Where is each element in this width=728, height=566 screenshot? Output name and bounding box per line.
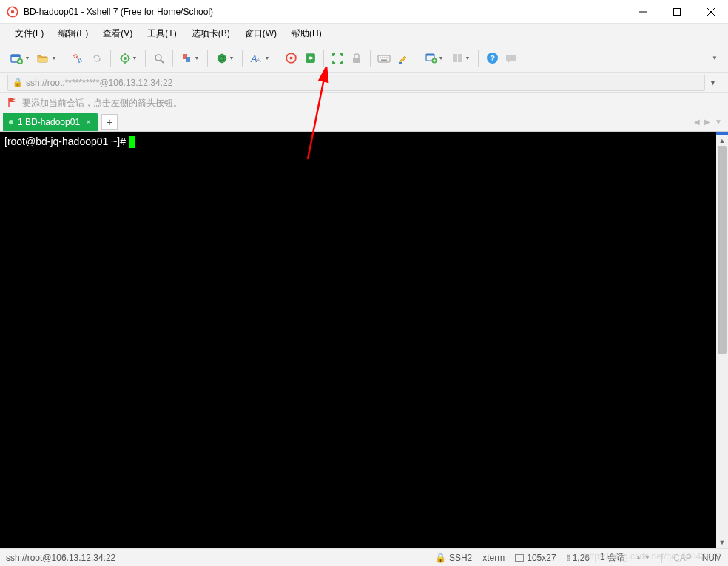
new-window-button[interactable]: ▼	[422, 50, 447, 67]
svg-rect-7	[11, 55, 20, 57]
svg-text:?: ?	[490, 54, 495, 63]
statusbar: ssh://root@106.13.12.34:22 🔒SSH2 xterm 1…	[0, 548, 728, 566]
size-icon	[515, 554, 524, 562]
menubar: 文件(F) 编辑(E) 查看(V) 工具(T) 选项卡(B) 窗口(W) 帮助(…	[0, 24, 728, 44]
svg-point-34	[380, 57, 381, 58]
address-dropdown[interactable]: ▼	[705, 79, 721, 87]
svg-rect-38	[381, 59, 387, 61]
svg-rect-32	[353, 58, 360, 63]
svg-line-13	[77, 58, 78, 59]
svg-point-11	[74, 54, 77, 57]
terminal-cursor	[129, 136, 135, 148]
terminal-prompt: [root@bd-jq-hadoop01 ~]#	[4, 135, 129, 147]
find-button[interactable]	[150, 50, 168, 67]
status-terminal-type: xterm	[482, 553, 505, 563]
svg-rect-3	[674, 8, 681, 15]
xshell-icon-button[interactable]	[282, 50, 300, 67]
svg-point-15	[124, 57, 127, 60]
svg-point-24	[218, 54, 226, 63]
toolbar-overflow[interactable]: ▼	[522, 52, 721, 64]
new-session-button[interactable]: ▼	[7, 50, 33, 67]
svg-rect-45	[453, 54, 457, 58]
svg-text:A: A	[256, 56, 261, 64]
open-button[interactable]: ▼	[34, 50, 59, 67]
terminal-area: [root@bd-jq-hadoop01 ~]# ▲ ▼	[0, 132, 728, 548]
sessions-down-button[interactable]: ▼	[644, 554, 650, 561]
flag-icon	[7, 97, 18, 110]
keyboard-button[interactable]	[375, 50, 393, 67]
xftp-icon-button[interactable]	[301, 50, 319, 67]
font-button[interactable]: AA ▼	[247, 50, 272, 67]
menu-help[interactable]: 帮助(H)	[284, 24, 329, 43]
address-input[interactable]: 🔒 ssh://root:**********@106.13.12.34:22	[7, 75, 705, 91]
encoding-button[interactable]: ▼	[212, 50, 237, 67]
scroll-thumb[interactable]	[718, 146, 727, 354]
svg-point-37	[386, 57, 388, 58]
tab-label: 1 BD-hadoop01	[18, 117, 80, 127]
svg-point-35	[382, 57, 383, 58]
session-tab[interactable]: 1 BD-hadoop01 ×	[3, 113, 98, 131]
new-tab-button[interactable]: +	[101, 114, 118, 130]
window-title: BD-hadoop01 - Xshell 7 (Free for Home/Sc…	[24, 7, 626, 17]
svg-rect-23	[186, 57, 190, 62]
copy-paste-button[interactable]: ▼	[178, 50, 203, 67]
menu-edit[interactable]: 编辑(E)	[51, 24, 95, 43]
menu-tools[interactable]: 工具(T)	[140, 24, 183, 43]
svg-point-30	[289, 56, 292, 59]
status-size: 105x27	[527, 553, 556, 563]
lock-icon: 🔒	[13, 78, 23, 87]
svg-point-20	[155, 55, 161, 61]
scroll-up-button[interactable]: ▲	[716, 135, 728, 146]
svg-line-21	[161, 60, 164, 63]
terminal[interactable]: [root@bd-jq-hadoop01 ~]#	[0, 132, 716, 548]
tab-menu-button[interactable]: ▼	[715, 118, 722, 126]
menu-view[interactable]: 查看(V)	[95, 24, 140, 43]
scroll-down-button[interactable]: ▼	[716, 536, 728, 548]
lock-button[interactable]	[348, 50, 365, 67]
toolbar: ▼ ▼ ▼ ▼ ▼ AA ▼	[0, 44, 728, 73]
hint-text: 要添加当前会话，点击左侧的箭头按钮。	[22, 97, 182, 110]
status-connection: ssh://root@106.13.12.34:22	[6, 553, 115, 563]
reconnect-button[interactable]	[69, 50, 87, 67]
menu-window[interactable]: 窗口(W)	[237, 24, 284, 43]
scroll-track[interactable]	[716, 146, 728, 536]
app-icon	[6, 5, 19, 18]
tab-next-button[interactable]: ▶	[704, 118, 710, 126]
status-num: NUM	[702, 553, 722, 563]
status-cap: CAP	[673, 553, 692, 563]
address-text: ssh://root:**********@106.13.12.34:22	[26, 78, 172, 88]
tile-button[interactable]: ▼	[448, 50, 473, 67]
svg-point-1	[11, 10, 15, 13]
svg-rect-46	[458, 54, 462, 58]
svg-rect-41	[426, 54, 434, 56]
tab-close-button[interactable]: ×	[84, 117, 92, 127]
tabbar: 1 BD-hadoop01 × + ◀ ▶ ▼	[0, 112, 728, 132]
titlebar: BD-hadoop01 - Xshell 7 (Free for Home/Sc…	[0, 0, 728, 24]
sessions-up-button[interactable]: ▲	[636, 554, 641, 561]
ssh-lock-icon: 🔒	[435, 553, 446, 563]
svg-rect-33	[378, 55, 390, 62]
maximize-button[interactable]	[660, 0, 694, 24]
addressbar: 🔒 ssh://root:**********@106.13.12.34:22 …	[0, 73, 728, 93]
menu-tabs[interactable]: 选项卡(B)	[184, 24, 237, 43]
help-button[interactable]: ?	[483, 50, 501, 67]
menu-file[interactable]: 文件(F)	[7, 24, 51, 43]
minimize-button[interactable]	[626, 0, 660, 24]
highlight-button[interactable]	[394, 50, 412, 67]
vertical-scrollbar[interactable]: ▲ ▼	[716, 132, 728, 548]
status-position: 1,26	[573, 553, 590, 563]
fullscreen-button[interactable]	[328, 50, 346, 67]
hintbar: 要添加当前会话，点击左侧的箭头按钮。	[0, 93, 728, 112]
tab-prev-button[interactable]: ◀	[694, 118, 700, 126]
disconnect-button[interactable]	[88, 50, 106, 67]
svg-rect-47	[453, 58, 457, 62]
status-sessions: 1 会话	[600, 551, 625, 564]
svg-rect-48	[458, 58, 462, 62]
svg-point-36	[384, 57, 385, 58]
svg-rect-51	[516, 554, 524, 561]
properties-button[interactable]: ▼	[115, 50, 141, 67]
close-button[interactable]	[694, 0, 728, 24]
chat-button[interactable]	[502, 50, 520, 67]
status-protocol: SSH2	[449, 553, 472, 563]
status-dot-icon	[9, 120, 13, 124]
